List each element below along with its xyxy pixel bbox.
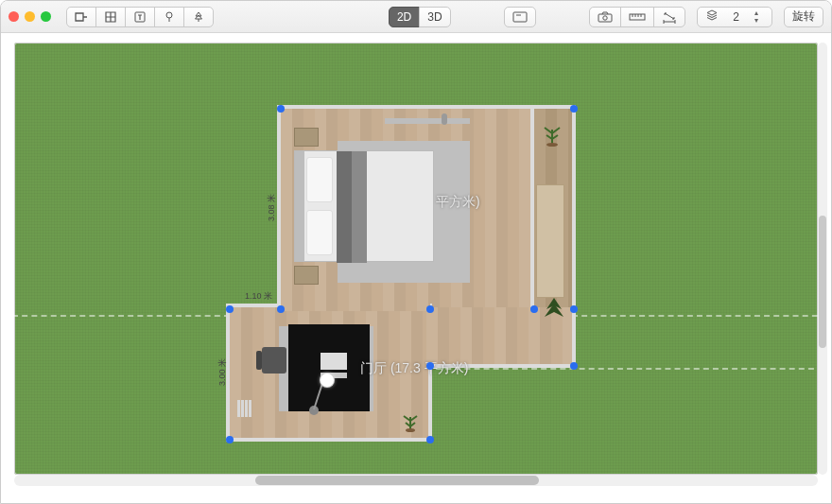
view-3d-button[interactable]: 3D — [419, 7, 450, 27]
svg-rect-3 — [598, 14, 612, 22]
wall-handle[interactable] — [570, 105, 578, 113]
svg-point-4 — [603, 15, 607, 19]
dimension-bedroom-height: 3.08 米 — [266, 194, 278, 221]
wall-handle[interactable] — [226, 305, 234, 313]
room-icon — [75, 10, 88, 24]
tree-deciduous-icon — [163, 10, 176, 24]
right-tool-group — [589, 7, 685, 27]
dimension-button[interactable] — [653, 7, 685, 27]
rotate-label: 旋转 — [792, 9, 815, 25]
guide-line — [14, 315, 230, 317]
ruler-icon — [629, 11, 646, 23]
bed-headboard — [295, 151, 304, 261]
stepper-arrows-icon: ▴▾ — [754, 9, 768, 25]
rotate-button[interactable]: 旋转 — [784, 7, 823, 27]
wall-handle[interactable] — [277, 305, 285, 313]
dimension-icon — [662, 10, 677, 24]
view-2d-button[interactable]: 2D — [389, 7, 420, 27]
svg-point-6 — [546, 143, 558, 147]
books — [237, 400, 251, 417]
bed-blanket — [350, 151, 367, 263]
svg-rect-5 — [630, 14, 645, 20]
minimize-icon[interactable] — [25, 11, 35, 22]
create-room-button[interactable] — [66, 7, 96, 27]
scrollbar-thumb[interactable] — [819, 216, 826, 348]
camera-icon — [598, 11, 613, 23]
wall-handle[interactable] — [277, 105, 285, 113]
measure-button[interactable] — [620, 7, 654, 27]
tree-conifer-icon — [192, 10, 205, 24]
nightstand[interactable] — [294, 266, 319, 285]
bedroom-label: 平方米) — [436, 194, 480, 211]
wall-handle[interactable] — [226, 436, 234, 443]
svg-point-7 — [406, 428, 415, 432]
view-2d-label: 2D — [397, 10, 411, 24]
scrollbar-thumb[interactable] — [255, 476, 539, 485]
tree-deciduous-button[interactable] — [154, 7, 184, 27]
layers-icon — [705, 9, 719, 25]
window-controls — [9, 11, 51, 22]
text-button[interactable] — [125, 7, 155, 27]
floorplan-canvas[interactable]: 平方米) 门厅 (17.3 平方米) 3.08 米 1.10 米 3.00 米 — [14, 43, 818, 475]
text-icon — [133, 10, 147, 24]
tree-conifer-button[interactable] — [183, 7, 214, 27]
room-connector — [281, 304, 430, 311]
layers-value: 2 — [724, 10, 739, 24]
wall-handle[interactable] — [426, 305, 434, 313]
grid-button[interactable] — [95, 7, 126, 27]
guide-line — [426, 368, 818, 370]
wall-handle[interactable] — [530, 305, 538, 313]
annotate-button[interactable] — [504, 7, 536, 27]
toolbar: 2D 3D 2 ▴▾ — [1, 1, 831, 33]
grid-icon — [104, 10, 117, 24]
shelf[interactable] — [536, 184, 564, 298]
wall-handle[interactable] — [426, 362, 434, 370]
wall-handle[interactable] — [570, 305, 578, 313]
left-tool-group — [66, 7, 214, 27]
layers-stepper[interactable]: 2 ▴▾ — [697, 7, 772, 27]
nightstand[interactable] — [294, 128, 319, 147]
close-icon[interactable] — [9, 11, 19, 22]
view-3d-label: 3D — [427, 10, 442, 24]
canvas-viewport: 平方米) 门厅 (17.3 平方米) 3.08 米 1.10 米 3.00 米 — [1, 33, 831, 503]
annotate-icon — [512, 11, 528, 23]
guide-line — [572, 315, 818, 317]
floor-lamp[interactable] — [309, 374, 338, 415]
app-window: 2D 3D 2 ▴▾ — [0, 0, 832, 504]
bed-blanket — [337, 151, 352, 263]
ceiling-light — [442, 113, 447, 125]
bed[interactable] — [294, 150, 434, 262]
pillow — [306, 157, 333, 202]
view-mode-group: 2D 3D — [389, 7, 451, 27]
monitor — [321, 353, 347, 370]
horizontal-scrollbar[interactable] — [14, 475, 818, 486]
plant[interactable] — [536, 116, 568, 148]
dimension-hallway-height: 3.00 米 — [217, 358, 229, 386]
hallway-label: 门厅 (17.3 平方米) — [360, 360, 468, 377]
pillow — [306, 210, 333, 255]
svg-point-1 — [166, 12, 172, 18]
wall-handle[interactable] — [570, 362, 578, 370]
camera-button[interactable] — [589, 7, 621, 27]
vertical-scrollbar[interactable] — [818, 43, 827, 475]
ceiling-light — [385, 118, 470, 124]
plant[interactable] — [540, 294, 568, 322]
dimension-hallway-width: 1.10 米 — [245, 290, 272, 303]
office-chair[interactable] — [262, 347, 286, 374]
plant[interactable] — [396, 406, 425, 434]
zoom-icon[interactable] — [41, 11, 51, 22]
wall-handle[interactable] — [426, 436, 434, 443]
svg-rect-2 — [513, 12, 527, 22]
